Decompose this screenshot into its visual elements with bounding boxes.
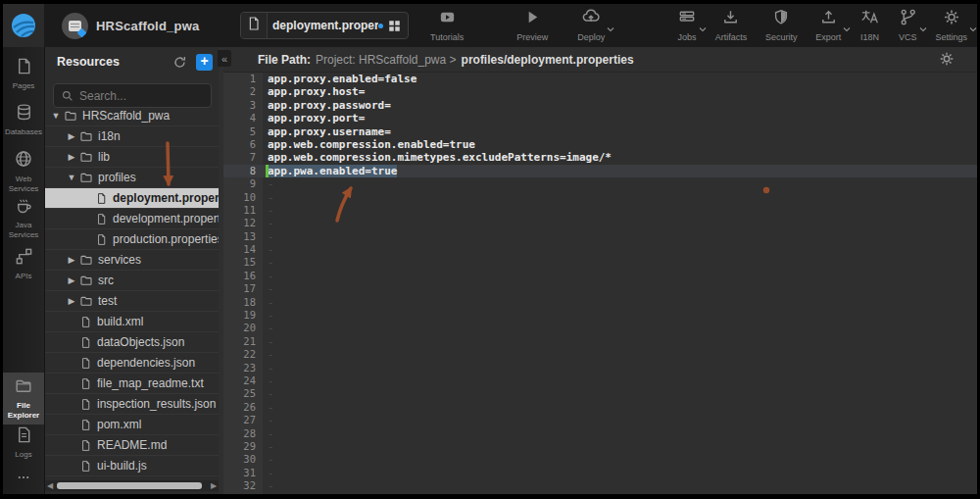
tree-file-build.xml[interactable]: build.xml <box>45 312 219 332</box>
code-line-17[interactable] <box>263 282 977 295</box>
code-line-12[interactable] <box>263 217 977 229</box>
folder-icon <box>79 171 93 184</box>
code-editor[interactable]: 1234567891011121314151617181920212223242… <box>223 73 977 494</box>
code-line-14[interactable] <box>263 243 977 256</box>
rail-item-more[interactable] <box>3 469 44 488</box>
caret-down-icon[interactable]: ▼ <box>51 111 61 121</box>
code-line-13[interactable] <box>263 230 977 243</box>
vcs-button[interactable]: VCS <box>899 9 917 42</box>
tree-file-pom.xml[interactable]: pom.xml <box>45 415 219 435</box>
chevron-down-icon[interactable] <box>842 21 852 38</box>
settings-button[interactable]: Settings <box>935 9 967 42</box>
rail-item-java-services[interactable]: Java Services <box>3 194 44 240</box>
caret-down-icon[interactable]: ▼ <box>67 173 76 182</box>
chevron-down-icon[interactable] <box>698 21 708 38</box>
i18n-button[interactable]: I18N <box>859 9 880 42</box>
chevron-down-icon[interactable] <box>968 21 977 38</box>
collapse-panel-button[interactable]: « <box>218 50 231 67</box>
jobs-button[interactable]: Jobs <box>677 9 697 42</box>
code-line-30[interactable] <box>263 453 977 466</box>
search-input[interactable] <box>79 89 197 103</box>
tree-folder-profiles[interactable]: ▼profiles <box>45 168 219 188</box>
rail-item-file-explorer[interactable]: File Explorer <box>3 373 44 424</box>
resources-search[interactable] <box>53 83 212 108</box>
security-button[interactable]: Security <box>765 9 798 42</box>
code-line-29[interactable] <box>263 440 977 453</box>
code-line-20[interactable] <box>263 322 977 334</box>
tree-file-production.properties[interactable]: production.properties <box>45 229 219 250</box>
code-line-23[interactable] <box>263 362 977 374</box>
code-line-24[interactable] <box>263 374 977 387</box>
scrollbar-thumb[interactable] <box>57 482 202 489</box>
code-line-10[interactable] <box>263 191 977 204</box>
chevron-down-icon[interactable] <box>606 21 615 38</box>
code-line-18[interactable] <box>263 296 977 309</box>
caret-right-icon[interactable]: ▶ <box>67 152 76 162</box>
code-line-19[interactable] <box>263 309 977 322</box>
rail-item-logs[interactable]: Logs <box>3 424 44 460</box>
tree-file-README.md[interactable]: README.md <box>45 435 219 456</box>
code-line-4[interactable]: app.proxy.port= <box>263 112 977 125</box>
scroll-left-arrow[interactable]: ◀ <box>45 481 55 490</box>
grid-icon[interactable] <box>387 19 402 33</box>
code-line-31[interactable] <box>263 467 977 479</box>
code-line-2[interactable]: app.proxy.host= <box>263 85 977 98</box>
project-switcher[interactable]: HRScaffold_pwa <box>62 4 199 47</box>
code-line-27[interactable] <box>263 414 977 426</box>
rail-item-databases[interactable]: Databases <box>3 101 44 137</box>
tree-item-label: services <box>98 253 141 267</box>
code-line-6[interactable]: app.web.compression.enabled=true <box>263 138 977 151</box>
code-line-9[interactable] <box>263 177 977 190</box>
deploy-button[interactable]: Deploy <box>577 9 605 42</box>
code-line-21[interactable] <box>263 335 977 348</box>
code-line-8[interactable]: app.pwa.enabled=true <box>263 165 977 177</box>
code-line-22[interactable] <box>263 348 977 361</box>
code-line-1[interactable]: app.proxy.enabled=false <box>263 73 977 85</box>
editor-settings-button[interactable] <box>938 50 956 71</box>
code-line-3[interactable]: app.proxy.password= <box>263 99 977 112</box>
tree-folder-test[interactable]: ▶test <box>45 291 219 312</box>
caret-right-icon[interactable]: ▶ <box>67 255 76 265</box>
scroll-right-arrow[interactable]: ▶ <box>209 481 219 490</box>
open-file-tab[interactable]: deployment.propert... <box>240 12 409 39</box>
tutorials-button[interactable]: Tutorials <box>430 9 464 42</box>
rail-item-pages[interactable]: Pages <box>3 55 44 91</box>
tree-file-deployment.properties[interactable]: deployment.properties <box>45 188 219 209</box>
caret-right-icon[interactable]: ▶ <box>67 131 76 141</box>
tree-horizontal-scrollbar[interactable]: ◀ ▶ <box>45 480 219 491</box>
tree-folder-i18n[interactable]: ▶i18n <box>45 126 219 147</box>
wavemaker-logo[interactable] <box>3 4 44 47</box>
code-line-28[interactable] <box>263 427 977 440</box>
rail-item-web-services[interactable]: Web Services <box>3 147 44 194</box>
code-lines[interactable]: app.proxy.enabled=falseapp.proxy.host=ap… <box>263 73 977 494</box>
tree-folder-HRScaffold_pwa[interactable]: ▼HRScaffold_pwa <box>45 106 219 126</box>
code-line-26[interactable] <box>263 401 977 414</box>
code-line-25[interactable] <box>263 387 977 400</box>
code-line-7[interactable]: app.web.compression.mimetypes.excludePat… <box>263 151 977 164</box>
add-resource-button[interactable]: + <box>196 54 213 71</box>
code-line-15[interactable] <box>263 256 977 269</box>
caret-right-icon[interactable]: ▶ <box>67 275 76 285</box>
code-line-5[interactable]: app.proxy.username= <box>263 125 977 138</box>
export-button[interactable]: Export <box>815 9 841 42</box>
tree-file-dataObjects.json[interactable]: dataObjects.json <box>45 332 219 353</box>
tree-item-label: pom.xml <box>97 418 141 431</box>
code-line-16[interactable] <box>263 270 977 282</box>
code-line-32[interactable] <box>263 479 977 492</box>
tree-file-file_map_readme.txt[interactable]: file_map_readme.txt <box>45 374 219 394</box>
artifacts-button[interactable]: Artifacts <box>715 9 748 42</box>
chevron-down-icon[interactable] <box>918 21 928 38</box>
tree-folder-services[interactable]: ▶services <box>45 250 219 271</box>
preview-button[interactable]: Preview <box>516 9 548 42</box>
tree-file-ui-build.js[interactable]: ui-build.js <box>45 456 219 476</box>
refresh-button[interactable] <box>171 53 188 71</box>
tree-folder-src[interactable]: ▶src <box>45 271 219 291</box>
tree-file-inspection_results.json[interactable]: inspection_results.json <box>45 394 219 415</box>
rail-item-apis[interactable]: APIs <box>3 245 44 281</box>
tree-file-dependencies.json[interactable]: dependencies.json <box>45 353 219 374</box>
code-line-11[interactable] <box>263 204 977 217</box>
rail-item-label: File Explorer <box>4 401 43 421</box>
tree-folder-lib[interactable]: ▶lib <box>45 147 219 168</box>
tree-file-development.properties[interactable]: development.properties <box>45 209 219 229</box>
caret-right-icon[interactable]: ▶ <box>67 296 76 306</box>
